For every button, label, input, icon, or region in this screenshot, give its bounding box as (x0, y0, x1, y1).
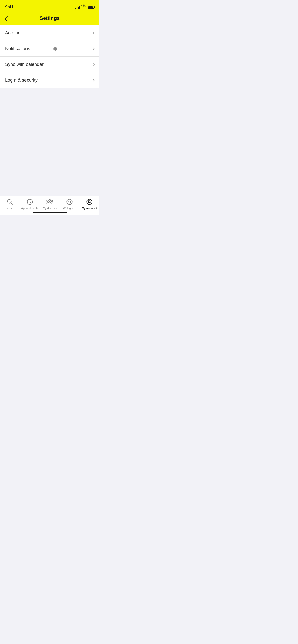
settings-item-login-security[interactable]: Login & security (0, 72, 99, 88)
notification-badge (53, 47, 57, 51)
nav-item-appointments[interactable]: Appointments (20, 198, 40, 210)
chevron-right-icon (91, 47, 95, 50)
status-time: 9:41 (5, 5, 14, 10)
svg-line-1 (11, 203, 13, 205)
chevron-right-icon (91, 31, 95, 35)
battery-icon (88, 6, 94, 9)
my-doctors-icon (46, 198, 53, 206)
wifi-icon (82, 5, 86, 9)
well-guide-icon (66, 198, 73, 206)
nav-item-well-guide[interactable]: Well guide (60, 198, 79, 210)
back-chevron-icon (5, 15, 11, 21)
account-label: Account (5, 30, 22, 36)
empty-space (0, 88, 99, 213)
settings-list: Account Notifications Sync with calendar… (0, 25, 99, 88)
svg-point-13 (89, 200, 90, 202)
settings-item-account[interactable]: Account (0, 25, 99, 41)
status-bar: 9:41 (0, 0, 99, 13)
svg-point-11 (70, 203, 70, 204)
svg-point-6 (47, 200, 48, 202)
signal-icon (75, 5, 80, 9)
back-button[interactable] (5, 15, 10, 22)
nav-item-my-doctors[interactable]: My doctors (40, 198, 60, 210)
search-label: Search (6, 207, 15, 210)
home-indicator (33, 212, 67, 213)
appointments-icon (26, 198, 33, 206)
login-security-label: Login & security (5, 78, 38, 83)
settings-item-notifications[interactable]: Notifications (0, 41, 99, 57)
page-title: Settings (5, 15, 94, 21)
appointments-label: Appointments (21, 207, 38, 210)
chevron-right-icon (91, 79, 95, 82)
svg-point-10 (67, 199, 72, 205)
nav-item-search[interactable]: Search (0, 198, 20, 210)
svg-line-4 (30, 202, 31, 203)
chevron-right-icon (91, 63, 95, 66)
my-doctors-label: My doctors (43, 207, 57, 210)
notifications-label: Notifications (5, 46, 30, 51)
nav-item-my-account[interactable]: My account (79, 198, 99, 210)
search-icon (6, 198, 13, 206)
sync-calendar-label: Sync with calendar (5, 62, 44, 67)
my-account-icon (86, 198, 93, 206)
well-guide-label: Well guide (63, 207, 76, 210)
svg-point-7 (51, 200, 53, 202)
page-header: Settings (0, 13, 99, 25)
status-icons (75, 5, 94, 9)
my-account-label: My account (82, 207, 97, 210)
settings-item-sync-calendar[interactable]: Sync with calendar (0, 57, 99, 72)
